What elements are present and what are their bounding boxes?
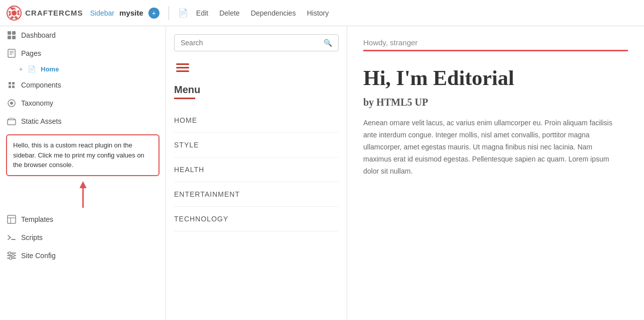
svg-rect-6 [8, 49, 15, 57]
sidebar-item-taxonomy[interactable]: Taxonomy [0, 94, 166, 112]
sidebar-item-dashboard[interactable]: Dashboard [0, 26, 166, 44]
edit-button[interactable]: Edit [196, 9, 208, 17]
file-icon: 📄 [178, 8, 188, 18]
pages-icon [7, 49, 16, 58]
history-button[interactable]: History [307, 9, 329, 17]
sidebar-label-pages: Pages [21, 49, 41, 57]
topbar-divider [169, 6, 169, 20]
svg-point-15 [10, 102, 13, 105]
sidebar-label-templates: Templates [21, 215, 53, 223]
howdy-text: Howdy, stranger [363, 38, 628, 47]
menu-title-underline [174, 98, 195, 99]
delete-button[interactable]: Delete [219, 9, 239, 17]
howdy-divider [363, 50, 628, 51]
body-text: Aenean ornare velit lacus, ac varius eni… [363, 117, 615, 177]
svg-rect-16 [8, 120, 16, 125]
sidebar-item-scripts[interactable]: Scripts [0, 228, 166, 247]
sidebar-subitem-home[interactable]: + 📄 Home [0, 62, 166, 76]
arrow-indicator [0, 180, 166, 210]
dependencies-button[interactable]: Dependencies [251, 9, 296, 17]
svg-point-26 [9, 252, 11, 254]
site-name: mysite [119, 9, 143, 17]
svg-rect-13 [12, 86, 15, 88]
logo: CRAFTERCMS [6, 5, 83, 21]
config-icon [7, 251, 16, 260]
byline: by HTML5 UP [363, 97, 628, 108]
svg-point-28 [10, 257, 12, 259]
sidebar-label-home: Home [41, 65, 59, 73]
logo-text: CRAFTERCMS [25, 9, 83, 17]
file-blue-icon: 📄 [28, 65, 36, 73]
menu-item-home[interactable]: HOME [174, 108, 339, 133]
search-icon: 🔍 [324, 39, 332, 47]
svg-rect-5 [12, 36, 16, 39]
scripts-icon [7, 233, 16, 242]
site-add-button[interactable]: + [148, 8, 159, 19]
svg-rect-3 [12, 31, 16, 35]
components-icon [7, 81, 16, 90]
svg-rect-11 [12, 82, 15, 85]
editorial-title: Hi, I'm Editorial [363, 65, 628, 91]
svg-point-27 [12, 254, 15, 257]
sidebar-button[interactable]: Sidebar [90, 9, 114, 17]
crafter-logo-icon [6, 5, 22, 21]
custom-plugin-box[interactable]: Hello, this is a custom react plugin on … [6, 134, 159, 176]
menu-item-style[interactable]: STYLE [174, 133, 339, 157]
expand-icon: + [19, 66, 23, 73]
sidebar-item-site-config[interactable]: Site Config [0, 247, 166, 265]
search-input[interactable] [181, 39, 324, 47]
svg-marker-18 [79, 181, 87, 188]
sidebar: Dashboard Pages + 📄 Home Components Taxo… [0, 26, 166, 320]
svg-rect-10 [9, 82, 11, 85]
menu-title: Menu [174, 84, 339, 96]
plugin-text: Hello, this is a custom react plugin on … [13, 141, 144, 169]
search-bar: 🔍 [174, 34, 339, 51]
sidebar-item-templates[interactable]: Templates [0, 210, 166, 228]
sidebar-label-taxonomy: Taxonomy [21, 99, 53, 107]
svg-rect-2 [8, 31, 11, 35]
sidebar-item-static-assets[interactable]: Static Assets [0, 112, 166, 130]
topbar: CRAFTERCMS Sidebar mysite + 📄 Edit Delet… [0, 0, 644, 26]
sidebar-label-components: Components [21, 81, 61, 89]
templates-icon [7, 215, 16, 224]
assets-icon [7, 117, 16, 126]
right-panel: Howdy, stranger Hi, I'm Editorial by HTM… [347, 26, 644, 320]
menu-item-entertainment[interactable]: ENTERTAINMENT [174, 182, 339, 207]
svg-rect-19 [8, 215, 16, 223]
hamburger-button[interactable] [174, 61, 339, 74]
svg-rect-4 [8, 36, 11, 39]
sidebar-label-static-assets: Static Assets [21, 117, 61, 125]
menu-item-technology[interactable]: TECHNOLOGY [174, 207, 339, 231]
sidebar-item-components[interactable]: Components [0, 76, 166, 94]
svg-rect-12 [9, 86, 11, 88]
taxonomy-icon [7, 99, 16, 108]
menu-item-health[interactable]: HEALTH [174, 157, 339, 182]
sidebar-label-dashboard: Dashboard [21, 31, 56, 39]
svg-point-1 [12, 11, 17, 16]
sidebar-label-site-config: Site Config [21, 252, 55, 260]
main-area: Dashboard Pages + 📄 Home Components Taxo… [0, 26, 644, 320]
middle-panel: 🔍 Menu HOME STYLE HEALTH ENTERTAINMENT T… [166, 26, 347, 320]
sidebar-item-pages[interactable]: Pages [0, 44, 166, 62]
dashboard-icon [7, 31, 16, 40]
sidebar-label-scripts: Scripts [21, 233, 43, 242]
hamburger-icon [176, 63, 337, 72]
